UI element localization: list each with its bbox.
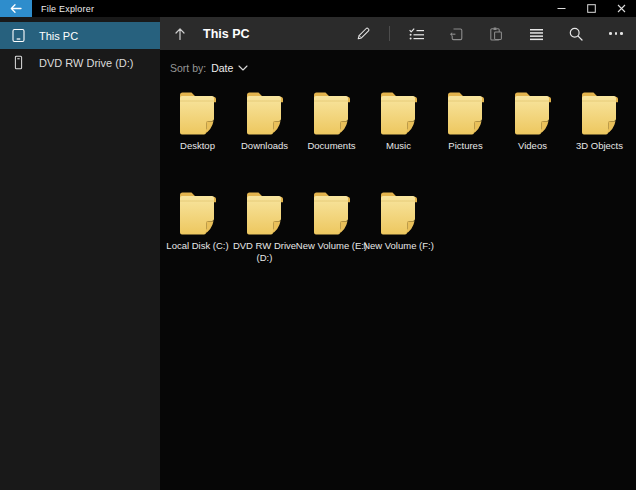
folder-label: 3D Objects bbox=[561, 140, 636, 152]
multi-select-icon bbox=[408, 26, 425, 42]
folder-item-pictures[interactable]: Pictures bbox=[432, 88, 499, 188]
sort-bar: Sort by: Date bbox=[160, 50, 636, 76]
close-icon bbox=[617, 4, 626, 13]
folder-icon bbox=[378, 88, 420, 136]
folder-item-documents[interactable]: Documents bbox=[298, 88, 365, 188]
folder-icon bbox=[244, 188, 286, 236]
minimize-button[interactable] bbox=[546, 0, 576, 17]
dvd-drive-icon bbox=[11, 55, 26, 70]
view-options-button[interactable] bbox=[516, 17, 556, 50]
share-button[interactable] bbox=[436, 17, 476, 50]
sidebar-item-this-pc[interactable]: This PC bbox=[0, 22, 160, 49]
folder-item-dvd-rw-drive-d[interactable]: DVD RW Drive (D:) bbox=[231, 188, 298, 288]
arrow-left-icon bbox=[9, 3, 23, 14]
maximize-button[interactable] bbox=[576, 0, 606, 17]
folder-icon bbox=[311, 88, 353, 136]
folder-item-music[interactable]: Music bbox=[365, 88, 432, 188]
search-icon bbox=[568, 26, 584, 42]
navigation-sidebar: This PC DVD RW Drive (D:) bbox=[0, 17, 160, 490]
command-bar: This PC bbox=[160, 17, 636, 50]
multi-select-button[interactable] bbox=[396, 17, 436, 50]
more-options-button[interactable] bbox=[596, 17, 636, 50]
folder-item-downloads[interactable]: Downloads bbox=[231, 88, 298, 188]
rename-button[interactable] bbox=[343, 17, 383, 50]
folder-item-desktop[interactable]: Desktop bbox=[164, 88, 231, 188]
navigate-up-button[interactable] bbox=[168, 17, 192, 50]
sort-by-label: Sort by: bbox=[170, 62, 206, 74]
paste-button[interactable] bbox=[476, 17, 516, 50]
ellipsis-icon bbox=[609, 32, 623, 35]
window-controls bbox=[546, 0, 636, 17]
arrow-up-icon bbox=[173, 27, 187, 41]
folder-icon bbox=[512, 88, 554, 136]
command-bar-actions bbox=[343, 17, 636, 50]
paste-icon bbox=[488, 26, 504, 42]
folder-item-videos[interactable]: Videos bbox=[499, 88, 566, 188]
sidebar-item-dvd-drive[interactable]: DVD RW Drive (D:) bbox=[0, 49, 160, 76]
toolbar-separator bbox=[389, 26, 390, 41]
window-title: File Explorer bbox=[41, 4, 94, 14]
sidebar-item-label: DVD RW Drive (D:) bbox=[39, 57, 134, 69]
search-button[interactable] bbox=[556, 17, 596, 50]
sort-dropdown[interactable]: Date bbox=[211, 62, 248, 74]
close-button[interactable] bbox=[606, 0, 636, 17]
folder-item-local-disk-c[interactable]: Local Disk (C:) bbox=[164, 188, 231, 288]
folder-icon bbox=[445, 88, 487, 136]
location-title: This PC bbox=[203, 27, 250, 41]
folder-item-3d-objects[interactable]: 3D Objects bbox=[566, 88, 633, 188]
folder-grid: Desktop Downloads Documents bbox=[164, 88, 634, 288]
folder-icon bbox=[177, 88, 219, 136]
sidebar-item-label: This PC bbox=[39, 30, 78, 42]
folder-icon bbox=[244, 88, 286, 136]
minimize-icon bbox=[557, 4, 566, 13]
folder-item-new-volume-f[interactable]: New Volume (F:) bbox=[365, 188, 432, 288]
folder-item-new-volume-e[interactable]: New Volume (E:) bbox=[298, 188, 365, 288]
folder-icon bbox=[579, 88, 621, 136]
sort-value: Date bbox=[211, 62, 233, 74]
folder-icon bbox=[378, 188, 420, 236]
folder-icon bbox=[177, 188, 219, 236]
title-bar: File Explorer bbox=[0, 0, 636, 17]
share-icon bbox=[448, 26, 464, 42]
list-view-icon bbox=[529, 27, 544, 41]
folder-label: New Volume (F:) bbox=[360, 240, 438, 252]
folder-icon bbox=[311, 188, 353, 236]
content-area: This PC bbox=[160, 17, 636, 490]
chevron-down-icon bbox=[238, 65, 248, 71]
back-button[interactable] bbox=[0, 0, 32, 17]
maximize-icon bbox=[587, 4, 596, 13]
this-pc-icon bbox=[11, 28, 26, 43]
file-explorer-window: File Explorer This PC bbox=[0, 0, 636, 490]
pencil-icon bbox=[355, 26, 371, 42]
